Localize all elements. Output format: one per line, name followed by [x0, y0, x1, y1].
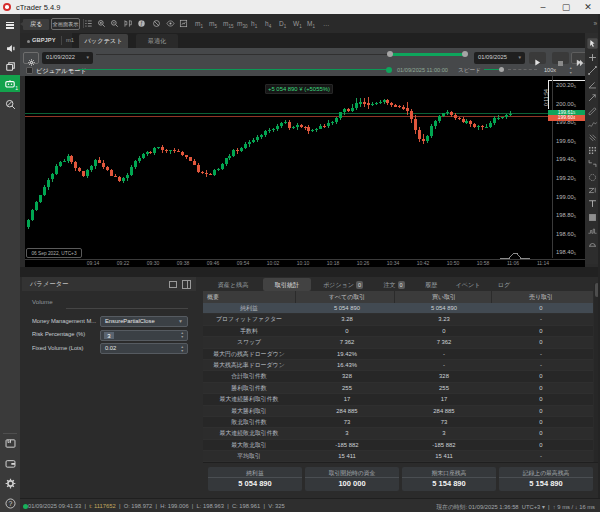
- svg-text:?: ?: [8, 500, 12, 507]
